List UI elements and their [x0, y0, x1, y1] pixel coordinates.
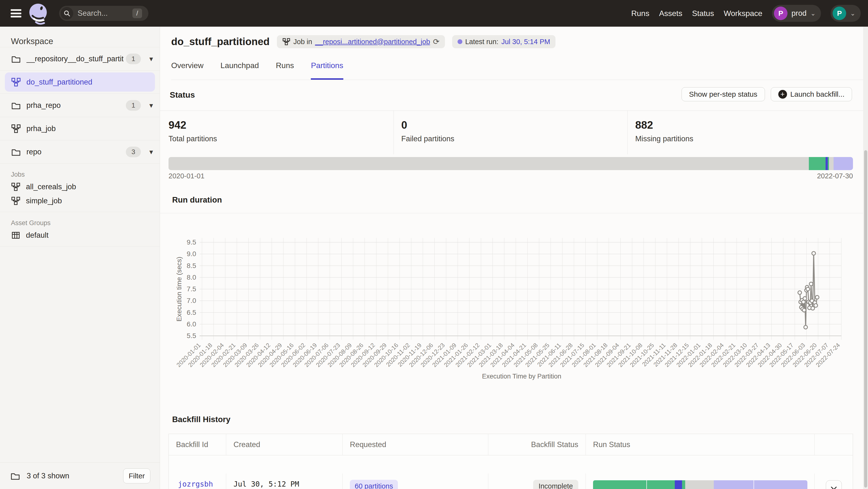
- latest-run-prefix: Latest run:: [465, 38, 498, 46]
- job-location-link[interactable]: __reposi...artitioned@partitioned_job: [315, 38, 430, 46]
- data-point-marker[interactable]: [814, 304, 817, 307]
- filter-button[interactable]: Filter: [123, 468, 150, 483]
- bar-segment: [714, 480, 753, 489]
- requested-partitions-tag[interactable]: 60 partitions: [350, 480, 398, 489]
- data-point-marker[interactable]: [804, 325, 807, 329]
- tab-overview[interactable]: Overview: [171, 61, 204, 80]
- bar-segment: [685, 480, 714, 489]
- top-navbar: Search... / Runs Assets Status Workspace…: [0, 0, 868, 27]
- chevron-down-icon: [831, 487, 837, 489]
- stat-label: Failed partitions: [401, 131, 454, 143]
- latest-run-tag: Latest run: Jul 30, 5:14 PM: [452, 35, 556, 48]
- launch-backfill-button[interactable]: + Launch backfill...: [771, 87, 852, 101]
- sidebar-item-simple-job[interactable]: simple_job: [0, 194, 160, 208]
- column-header-backfill-id: Backfill Id: [169, 434, 226, 455]
- y-tick-label: 7.0: [187, 297, 196, 304]
- data-point-marker[interactable]: [803, 297, 807, 300]
- chevron-down-icon: ⌄: [810, 10, 816, 17]
- chart-caption: Execution Time by Partition: [482, 373, 561, 380]
- run-status-dot: [458, 39, 462, 44]
- divider: [0, 246, 160, 247]
- data-point-marker[interactable]: [809, 282, 813, 286]
- partition-status-bar[interactable]: [168, 157, 853, 170]
- bar-segment: [809, 157, 826, 170]
- search-input[interactable]: Search... /: [59, 6, 148, 21]
- sidebar-item-repository-do-stuff[interactable]: __repository__do_stuff_partitio... 1 ▾: [0, 47, 160, 70]
- sidebar-footer: 3 of 3 shown Filter: [0, 462, 160, 489]
- caret-down-icon[interactable]: ▾: [149, 148, 153, 156]
- sidebar-item-repo[interactable]: repo 3 ▾: [0, 140, 160, 164]
- page: { "navbar": { "search_placeholder": "Sea…: [0, 0, 868, 489]
- created-timestamp: Jul 30, 5:12 PM: [234, 480, 299, 488]
- backfill-history-table: Backfill Id Created Requested Backfill S…: [168, 434, 853, 489]
- shown-count-label: 3 of 3 shown: [27, 471, 69, 480]
- data-point-marker[interactable]: [812, 252, 815, 255]
- sidebar-item-default-asset-group[interactable]: default: [0, 228, 160, 242]
- data-point-marker[interactable]: [815, 295, 819, 299]
- hamburger-menu-icon[interactable]: [11, 9, 21, 18]
- nav-link-runs[interactable]: Runs: [631, 9, 649, 18]
- bar-segment: [168, 157, 809, 170]
- job-icon: [11, 124, 21, 134]
- table-row-cell-backfill-status: Incomplete: [488, 474, 586, 489]
- status-heading: Status: [170, 90, 195, 100]
- tab-partitions[interactable]: Partitions: [311, 61, 343, 80]
- tab-launchpad[interactable]: Launchpad: [220, 61, 259, 80]
- job-location-prefix: Job in: [293, 38, 312, 46]
- asset-groups-section-label: Asset Groups: [0, 212, 160, 228]
- bar-segment: [593, 480, 646, 489]
- data-point-marker[interactable]: [806, 287, 810, 291]
- nav-link-status[interactable]: Status: [692, 9, 714, 18]
- data-point-marker[interactable]: [802, 308, 806, 312]
- divider: [394, 111, 394, 154]
- folder-icon: [10, 471, 20, 481]
- deployment-switcher[interactable]: P prod ⌄: [772, 5, 821, 22]
- sidebar-item-all-cereals-job[interactable]: all_cereals_job: [0, 180, 160, 194]
- y-tick-label: 6.5: [187, 309, 196, 316]
- sidebar-item-label: do_stuff_partitioned: [26, 78, 92, 87]
- user-avatar: P: [833, 6, 846, 20]
- stat-value: 0: [401, 111, 454, 131]
- stat-total-partitions: 942 Total partitions: [168, 111, 217, 143]
- scrollbar-thumb[interactable]: [864, 150, 867, 488]
- column-header-actions: [815, 434, 853, 455]
- data-point-marker[interactable]: [802, 300, 805, 304]
- dagster-logo-icon[interactable]: [28, 3, 49, 26]
- bar-segment: [682, 480, 685, 489]
- user-menu[interactable]: P ⌄: [831, 5, 861, 22]
- sidebar-item-do-stuff-partitioned[interactable]: do_stuff_partitioned: [0, 70, 160, 94]
- nav-link-workspace[interactable]: Workspace: [724, 9, 762, 18]
- run-duration-heading: Run duration: [172, 195, 222, 204]
- table-row-cell-actions: [815, 474, 853, 489]
- nav-link-assets[interactable]: Assets: [659, 9, 682, 18]
- bar-segment: [754, 480, 807, 489]
- caret-down-icon[interactable]: ▾: [149, 55, 153, 63]
- run-status-bar[interactable]: [593, 480, 807, 489]
- deployment-label: prod: [792, 9, 806, 18]
- chevron-down-icon: ⌄: [850, 10, 856, 17]
- asset-group-icon: [11, 230, 21, 240]
- tab-runs[interactable]: Runs: [276, 61, 294, 80]
- sidebar-item-label: default: [26, 231, 49, 240]
- stat-failed-partitions: 0 Failed partitions: [401, 111, 454, 143]
- sidebar-item-prha-job[interactable]: prha_job: [0, 117, 160, 140]
- stat-label: Missing partitions: [635, 131, 693, 143]
- search-icon: [61, 7, 73, 20]
- expand-row-button[interactable]: [826, 480, 842, 489]
- folder-icon: [11, 147, 21, 157]
- y-tick-label: 6.0: [187, 320, 196, 328]
- sidebar-item-label: prha_repo: [26, 101, 61, 110]
- data-point-marker[interactable]: [798, 291, 802, 294]
- table-row-cell-run-status: [586, 474, 815, 489]
- data-point-marker[interactable]: [811, 306, 815, 310]
- y-axis-title: Execution time (secs): [175, 257, 183, 322]
- latest-run-link[interactable]: Jul 30, 5:14 PM: [501, 38, 550, 46]
- caret-down-icon[interactable]: ▾: [149, 101, 153, 109]
- refresh-icon[interactable]: ⟳: [433, 37, 440, 46]
- show-per-step-status-button[interactable]: Show per-step status: [682, 87, 765, 101]
- partition-range-start: 2020-01-01: [168, 172, 205, 180]
- sidebar-item-prha-repo[interactable]: prha_repo 1 ▾: [0, 94, 160, 117]
- run-duration-chart[interactable]: 2020-01-012020-01-182020-02-042020-02-21…: [160, 216, 868, 410]
- divider: [627, 111, 628, 154]
- backfill-id-link[interactable]: jozrgsbh: [178, 480, 213, 488]
